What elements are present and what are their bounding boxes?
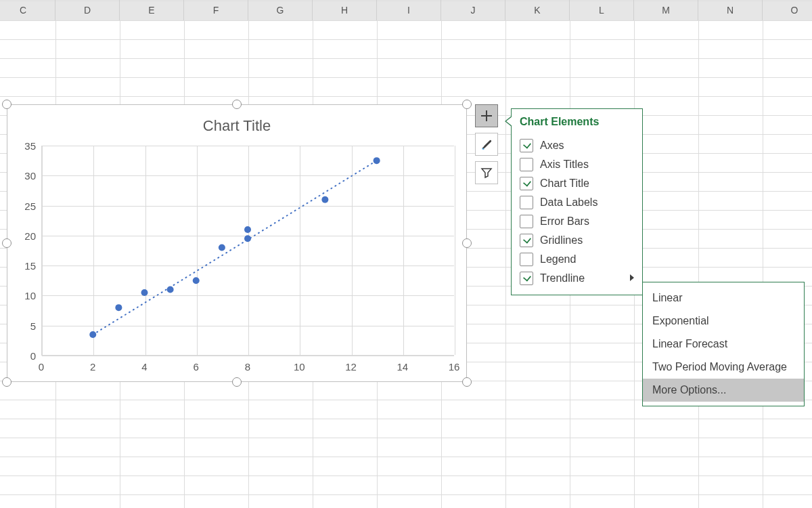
selection-handle[interactable] [2, 238, 12, 248]
y-axis-tick-label: 15 [9, 260, 36, 272]
selection-handle[interactable] [462, 238, 472, 248]
svg-point-7 [244, 226, 251, 233]
column-header[interactable]: J [441, 0, 505, 20]
chart-element-option[interactable]: Legend [520, 250, 635, 269]
y-axis-tick-label: 30 [9, 170, 36, 182]
chart-elements-button[interactable] [475, 104, 498, 127]
chart-title[interactable]: Chart Title [7, 117, 466, 135]
chart-element-option-label: Chart Title [540, 177, 589, 190]
plot-area[interactable]: 051015202530350246810121416 [41, 146, 454, 356]
svg-point-2 [115, 304, 122, 311]
svg-point-1 [89, 331, 96, 338]
trendline-option[interactable]: Exponential [643, 310, 804, 333]
column-header[interactable]: D [55, 0, 120, 20]
checkbox[interactable] [520, 215, 533, 228]
column-header[interactable]: M [634, 0, 698, 20]
y-axis-tick-label: 0 [9, 350, 36, 362]
checkbox[interactable] [520, 139, 533, 152]
chart-styles-button[interactable] [475, 133, 498, 156]
y-axis-tick-label: 25 [9, 200, 36, 211]
chart-element-option-label: Axes [540, 140, 564, 152]
checkbox[interactable] [520, 234, 533, 247]
checkbox[interactable] [520, 272, 533, 285]
x-axis-tick-label: 12 [338, 361, 365, 373]
chart-element-option-label: Trendline [540, 272, 585, 284]
x-axis-tick-label: 14 [389, 361, 416, 373]
column-header[interactable]: F [184, 0, 248, 20]
chart-element-option-label: Gridlines [540, 234, 583, 247]
selection-handle[interactable] [462, 377, 472, 387]
trendline-submenu[interactable]: LinearExponentialLinear ForecastTwo Peri… [642, 282, 805, 406]
chart-elements-flyout[interactable]: Chart Elements AxesAxis TitlesChart Titl… [511, 108, 643, 295]
x-axis-tick-label: 0 [28, 361, 55, 373]
selection-handle[interactable] [232, 100, 242, 109]
checkbox[interactable] [520, 253, 533, 266]
submenu-caret-icon [629, 273, 635, 284]
y-axis-tick-label: 10 [9, 290, 36, 301]
chart-element-option[interactable]: Trendline [520, 269, 635, 288]
column-header[interactable]: L [570, 0, 634, 20]
y-axis-tick-label: 5 [9, 320, 36, 331]
x-axis-tick-label: 6 [183, 361, 210, 373]
chart-element-option-label: Error Bars [540, 215, 589, 228]
checkbox[interactable] [520, 158, 533, 171]
trendline-option[interactable]: Two Period Moving Average [643, 356, 804, 379]
chart-element-option[interactable]: Data Labels [520, 193, 635, 212]
chart-filters-button[interactable] [475, 161, 498, 184]
column-header[interactable]: I [377, 0, 441, 20]
chart-element-option-label: Data Labels [540, 196, 597, 209]
funnel-icon [480, 166, 493, 179]
column-header[interactable]: H [313, 0, 377, 20]
trendline-option[interactable]: More Options... [643, 379, 804, 402]
svg-point-8 [244, 235, 251, 242]
x-axis-tick-label: 2 [79, 361, 106, 373]
data-series[interactable] [41, 146, 454, 356]
chart-element-option[interactable]: Error Bars [520, 212, 635, 231]
chart-side-buttons [475, 104, 498, 190]
x-axis-tick-label: 8 [234, 361, 261, 373]
x-axis-tick-label: 16 [441, 361, 468, 373]
selection-handle[interactable] [2, 377, 12, 387]
svg-point-9 [321, 196, 328, 203]
column-header[interactable]: O [763, 0, 812, 20]
brush-icon [480, 137, 493, 151]
column-header[interactable]: C [0, 0, 55, 20]
chart-element-option[interactable]: Chart Title [520, 174, 635, 193]
svg-point-10 [374, 157, 380, 164]
x-axis-tick-label: 10 [286, 361, 313, 373]
column-headers: CDEFGHIJKLMNO [0, 0, 812, 21]
chart-element-option[interactable]: Axes [520, 136, 635, 155]
selection-handle[interactable] [2, 100, 12, 109]
column-header[interactable]: K [505, 0, 570, 20]
x-axis-tick-label: 4 [131, 361, 158, 373]
chart-object[interactable]: Chart Title 051015202530350246810121416 [7, 104, 467, 382]
y-axis-tick-label: 35 [9, 140, 36, 152]
svg-point-4 [167, 287, 174, 293]
chart-element-option[interactable]: Axis Titles [520, 155, 635, 174]
column-header[interactable]: G [248, 0, 313, 20]
chart-element-option-label: Legend [540, 253, 576, 266]
plus-icon [480, 109, 493, 123]
column-header[interactable]: N [698, 0, 763, 20]
svg-point-6 [219, 245, 225, 251]
chart-element-option[interactable]: Gridlines [520, 231, 635, 250]
trendline-option[interactable]: Linear [643, 287, 804, 310]
flyout-title: Chart Elements [520, 116, 635, 128]
column-header[interactable]: E [120, 0, 184, 20]
selection-handle[interactable] [232, 377, 242, 387]
svg-point-5 [193, 277, 200, 284]
selection-handle[interactable] [462, 100, 472, 109]
trendline-option[interactable]: Linear Forecast [643, 333, 804, 356]
checkbox[interactable] [520, 177, 533, 190]
checkbox[interactable] [520, 196, 533, 209]
y-axis-tick-label: 20 [9, 230, 36, 241]
chart-element-option-label: Axis Titles [540, 158, 589, 171]
svg-point-3 [141, 289, 148, 296]
